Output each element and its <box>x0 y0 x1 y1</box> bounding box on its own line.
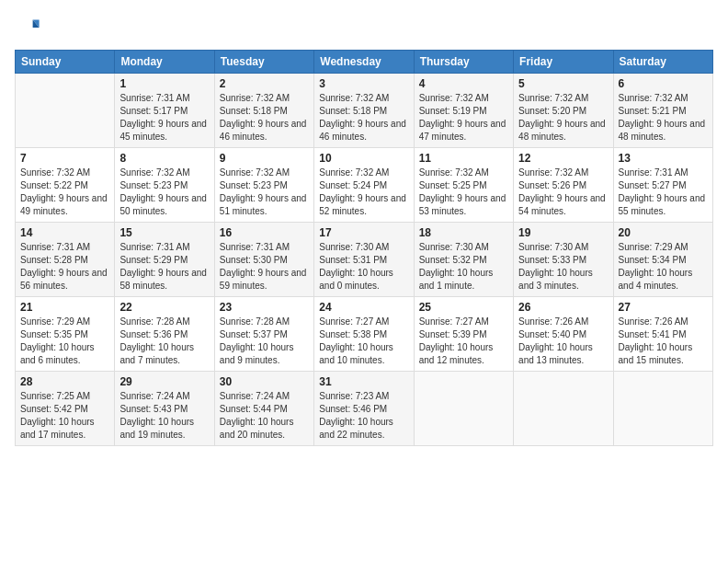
day-number: 29 <box>119 375 209 388</box>
weekday-header: Saturday <box>613 51 712 74</box>
day-info: Sunrise: 7:32 AMSunset: 5:24 PMDaylight:… <box>319 167 408 218</box>
calendar-day-cell: 23Sunrise: 7:28 AMSunset: 5:37 PMDayligh… <box>214 297 313 372</box>
calendar-day-cell: 29Sunrise: 7:24 AMSunset: 5:43 PMDayligh… <box>115 372 214 446</box>
day-info: Sunrise: 7:32 AMSunset: 5:22 PMDaylight:… <box>20 167 109 218</box>
calendar-week-row: 28Sunrise: 7:25 AMSunset: 5:42 PMDayligh… <box>16 372 713 446</box>
weekday-header: Sunday <box>16 51 115 74</box>
day-number: 26 <box>518 301 608 314</box>
weekday-header: Friday <box>514 51 613 74</box>
calendar-day-cell: 12Sunrise: 7:32 AMSunset: 5:26 PMDayligh… <box>514 148 613 223</box>
page-header <box>15 15 713 40</box>
calendar-week-row: 1Sunrise: 7:31 AMSunset: 5:17 PMDaylight… <box>16 74 713 148</box>
calendar-day-cell: 9Sunrise: 7:32 AMSunset: 5:23 PMDaylight… <box>214 148 313 223</box>
calendar-day-cell: 27Sunrise: 7:26 AMSunset: 5:41 PMDayligh… <box>613 297 712 372</box>
calendar-day-cell: 2Sunrise: 7:32 AMSunset: 5:18 PMDaylight… <box>214 74 313 148</box>
calendar-day-cell: 8Sunrise: 7:32 AMSunset: 5:23 PMDaylight… <box>115 148 214 223</box>
day-number: 30 <box>220 375 309 388</box>
calendar-week-row: 21Sunrise: 7:29 AMSunset: 5:35 PMDayligh… <box>16 297 713 372</box>
calendar-day-cell: 1Sunrise: 7:31 AMSunset: 5:17 PMDaylight… <box>115 74 214 148</box>
day-info: Sunrise: 7:24 AMSunset: 5:43 PMDaylight:… <box>119 390 209 442</box>
calendar-day-cell: 14Sunrise: 7:31 AMSunset: 5:28 PMDayligh… <box>16 223 115 297</box>
day-info: Sunrise: 7:27 AMSunset: 5:39 PMDaylight:… <box>419 316 508 367</box>
calendar-header-row: SundayMondayTuesdayWednesdayThursdayFrid… <box>16 51 713 74</box>
calendar-week-row: 7Sunrise: 7:32 AMSunset: 5:22 PMDaylight… <box>16 148 713 223</box>
day-number: 6 <box>619 77 708 90</box>
page-container: SundayMondayTuesdayWednesdayThursdayFrid… <box>0 0 728 454</box>
day-number: 25 <box>419 301 508 314</box>
day-info: Sunrise: 7:31 AMSunset: 5:28 PMDaylight:… <box>20 241 109 293</box>
day-info: Sunrise: 7:31 AMSunset: 5:29 PMDaylight:… <box>119 241 209 293</box>
day-number: 18 <box>419 226 508 239</box>
day-number: 7 <box>20 152 109 165</box>
day-number: 23 <box>220 301 309 314</box>
day-number: 27 <box>619 301 708 314</box>
calendar-day-cell: 19Sunrise: 7:30 AMSunset: 5:33 PMDayligh… <box>514 223 613 297</box>
calendar-table: SundayMondayTuesdayWednesdayThursdayFrid… <box>15 50 713 446</box>
logo-icon <box>15 15 40 40</box>
day-info: Sunrise: 7:24 AMSunset: 5:44 PMDaylight:… <box>220 390 309 442</box>
calendar-day-cell: 7Sunrise: 7:32 AMSunset: 5:22 PMDaylight… <box>16 148 115 223</box>
day-info: Sunrise: 7:31 AMSunset: 5:30 PMDaylight:… <box>220 241 309 293</box>
day-number: 3 <box>319 77 408 90</box>
day-info: Sunrise: 7:32 AMSunset: 5:25 PMDaylight:… <box>419 167 508 218</box>
day-info: Sunrise: 7:30 AMSunset: 5:33 PMDaylight:… <box>518 241 608 293</box>
calendar-day-cell <box>16 74 115 148</box>
calendar-day-cell: 18Sunrise: 7:30 AMSunset: 5:32 PMDayligh… <box>414 223 513 297</box>
calendar-day-cell: 21Sunrise: 7:29 AMSunset: 5:35 PMDayligh… <box>16 297 115 372</box>
day-info: Sunrise: 7:30 AMSunset: 5:32 PMDaylight:… <box>419 241 508 293</box>
calendar-day-cell: 10Sunrise: 7:32 AMSunset: 5:24 PMDayligh… <box>314 148 414 223</box>
calendar-day-cell: 22Sunrise: 7:28 AMSunset: 5:36 PMDayligh… <box>115 297 214 372</box>
day-info: Sunrise: 7:25 AMSunset: 5:42 PMDaylight:… <box>20 390 109 442</box>
day-number: 20 <box>619 226 708 239</box>
day-info: Sunrise: 7:32 AMSunset: 5:18 PMDaylight:… <box>220 92 309 144</box>
calendar-day-cell: 5Sunrise: 7:32 AMSunset: 5:20 PMDaylight… <box>514 74 613 148</box>
calendar-day-cell: 17Sunrise: 7:30 AMSunset: 5:31 PMDayligh… <box>314 223 414 297</box>
day-info: Sunrise: 7:31 AMSunset: 5:17 PMDaylight:… <box>119 92 209 144</box>
day-number: 22 <box>119 301 209 314</box>
day-number: 12 <box>518 152 608 165</box>
day-number: 1 <box>119 77 209 90</box>
calendar-day-cell: 31Sunrise: 7:23 AMSunset: 5:46 PMDayligh… <box>314 372 414 446</box>
calendar-day-cell <box>414 372 513 446</box>
day-number: 15 <box>119 226 209 239</box>
calendar-day-cell: 3Sunrise: 7:32 AMSunset: 5:18 PMDaylight… <box>314 74 414 148</box>
day-info: Sunrise: 7:32 AMSunset: 5:18 PMDaylight:… <box>319 92 408 144</box>
day-number: 28 <box>20 375 109 388</box>
calendar-day-cell: 15Sunrise: 7:31 AMSunset: 5:29 PMDayligh… <box>115 223 214 297</box>
calendar-day-cell: 11Sunrise: 7:32 AMSunset: 5:25 PMDayligh… <box>414 148 513 223</box>
calendar-day-cell: 4Sunrise: 7:32 AMSunset: 5:19 PMDaylight… <box>414 74 513 148</box>
day-number: 21 <box>20 301 109 314</box>
day-number: 9 <box>220 152 309 165</box>
day-info: Sunrise: 7:32 AMSunset: 5:20 PMDaylight:… <box>518 92 608 144</box>
day-number: 11 <box>419 152 508 165</box>
day-info: Sunrise: 7:32 AMSunset: 5:19 PMDaylight:… <box>419 92 508 144</box>
calendar-week-row: 14Sunrise: 7:31 AMSunset: 5:28 PMDayligh… <box>16 223 713 297</box>
calendar-day-cell: 6Sunrise: 7:32 AMSunset: 5:21 PMDaylight… <box>613 74 712 148</box>
day-info: Sunrise: 7:26 AMSunset: 5:40 PMDaylight:… <box>518 316 608 367</box>
weekday-header: Wednesday <box>314 51 414 74</box>
calendar-day-cell: 13Sunrise: 7:31 AMSunset: 5:27 PMDayligh… <box>613 148 712 223</box>
day-info: Sunrise: 7:32 AMSunset: 5:23 PMDaylight:… <box>220 167 309 218</box>
day-number: 24 <box>319 301 408 314</box>
calendar-day-cell: 26Sunrise: 7:26 AMSunset: 5:40 PMDayligh… <box>514 297 613 372</box>
calendar-day-cell: 30Sunrise: 7:24 AMSunset: 5:44 PMDayligh… <box>214 372 313 446</box>
day-number: 19 <box>518 226 608 239</box>
calendar-day-cell <box>514 372 613 446</box>
day-info: Sunrise: 7:26 AMSunset: 5:41 PMDaylight:… <box>619 316 708 367</box>
day-number: 10 <box>319 152 408 165</box>
day-info: Sunrise: 7:32 AMSunset: 5:23 PMDaylight:… <box>119 167 209 218</box>
day-number: 13 <box>619 152 708 165</box>
day-info: Sunrise: 7:31 AMSunset: 5:27 PMDaylight:… <box>619 167 708 218</box>
calendar-day-cell: 20Sunrise: 7:29 AMSunset: 5:34 PMDayligh… <box>613 223 712 297</box>
calendar-day-cell <box>613 372 712 446</box>
day-info: Sunrise: 7:29 AMSunset: 5:35 PMDaylight:… <box>20 316 109 367</box>
day-number: 17 <box>319 226 408 239</box>
weekday-header: Monday <box>115 51 214 74</box>
calendar-day-cell: 16Sunrise: 7:31 AMSunset: 5:30 PMDayligh… <box>214 223 313 297</box>
day-info: Sunrise: 7:28 AMSunset: 5:36 PMDaylight:… <box>119 316 209 367</box>
calendar-day-cell: 28Sunrise: 7:25 AMSunset: 5:42 PMDayligh… <box>16 372 115 446</box>
day-number: 8 <box>119 152 209 165</box>
day-number: 14 <box>20 226 109 239</box>
day-number: 31 <box>319 375 408 388</box>
day-info: Sunrise: 7:27 AMSunset: 5:38 PMDaylight:… <box>319 316 408 367</box>
